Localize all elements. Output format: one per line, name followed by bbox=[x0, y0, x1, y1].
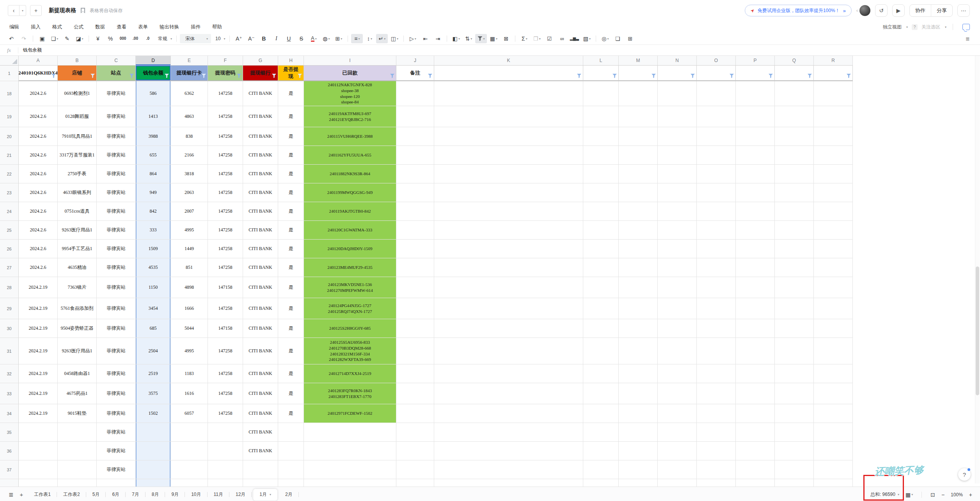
font-color-button[interactable]: A▾ bbox=[308, 34, 320, 43]
bold-button[interactable]: B bbox=[258, 34, 270, 43]
cell-J25[interactable] bbox=[396, 221, 434, 240]
cell-E32[interactable]: 1183 bbox=[171, 364, 208, 383]
cell-M37[interactable] bbox=[619, 460, 658, 479]
cell-D19[interactable]: 1413 bbox=[136, 106, 171, 127]
row-header-18[interactable]: 18 bbox=[0, 81, 19, 106]
cell-C18[interactable]: 菲律宾站 bbox=[97, 81, 136, 106]
cell-L35[interactable] bbox=[583, 423, 619, 442]
cell-A32[interactable]: 2024.2.19 bbox=[19, 364, 58, 383]
cell-D29[interactable]: 3454 bbox=[136, 298, 171, 319]
cell-N23[interactable] bbox=[658, 183, 697, 202]
cell-J23[interactable] bbox=[396, 183, 434, 202]
column-header-L[interactable]: L bbox=[583, 56, 619, 66]
underline-button[interactable]: U bbox=[283, 34, 295, 43]
cell-I29[interactable]: 240124PG44NJ5G-1727 240125RQJ74QXN-1727 bbox=[304, 298, 396, 319]
cell-B29[interactable]: 5761食品添加剂 bbox=[58, 298, 97, 319]
document-title[interactable]: 新提现表格 bbox=[49, 7, 76, 14]
cell-D37[interactable] bbox=[136, 460, 171, 479]
row-header-32[interactable]: 32 bbox=[0, 364, 19, 383]
clear-format-button[interactable]: ◪▾ bbox=[74, 34, 85, 43]
cell-O30[interactable] bbox=[697, 319, 736, 338]
cell-M18[interactable] bbox=[619, 81, 658, 106]
cell-J20[interactable] bbox=[396, 127, 434, 146]
filter-funnel-icon[interactable] bbox=[691, 74, 695, 78]
cell-H26[interactable]: 是 bbox=[278, 240, 304, 258]
cell-Q36[interactable] bbox=[775, 442, 814, 460]
cell-M23[interactable] bbox=[619, 183, 658, 202]
cell-Q23[interactable] bbox=[775, 183, 814, 202]
fill-color-button[interactable]: ◍▾ bbox=[320, 34, 332, 43]
column-header-D[interactable]: D bbox=[136, 56, 171, 66]
cell-K38[interactable] bbox=[434, 479, 583, 487]
history-button[interactable]: ↺ bbox=[875, 4, 888, 17]
cell-P21[interactable] bbox=[736, 146, 775, 165]
cell-A30[interactable]: 2024.2.19 bbox=[19, 319, 58, 338]
cell-N30[interactable] bbox=[658, 319, 697, 338]
cell-L28[interactable] bbox=[583, 277, 619, 298]
cell-A20[interactable]: 2024.2.6 bbox=[19, 127, 58, 146]
cell-P30[interactable] bbox=[736, 319, 775, 338]
cell-G1[interactable]: 提现银行 bbox=[243, 66, 278, 81]
cell-H1[interactable]: 是否提 现 bbox=[278, 66, 304, 81]
cell-G33[interactable]: CITI BANK bbox=[243, 383, 278, 404]
cell-K19[interactable] bbox=[434, 106, 583, 127]
cell-N33[interactable] bbox=[658, 383, 697, 404]
cell-C24[interactable]: 菲律宾站 bbox=[97, 202, 136, 221]
cell-E20[interactable]: 838 bbox=[171, 127, 208, 146]
cell-J26[interactable] bbox=[396, 240, 434, 258]
cell-I35[interactable] bbox=[304, 423, 396, 442]
cell-E26[interactable]: 1449 bbox=[171, 240, 208, 258]
cell-K35[interactable] bbox=[434, 423, 583, 442]
cell-E30[interactable]: 5044 bbox=[171, 319, 208, 338]
cell-H22[interactable]: 是 bbox=[278, 165, 304, 183]
sheet-list-icon[interactable]: ≣ bbox=[5, 491, 17, 498]
cell-P36[interactable] bbox=[736, 442, 775, 460]
cell-I19[interactable]: 240119AKTFM8UJ-697 240121EYQBJBC2-716 bbox=[304, 106, 396, 127]
cell-F33[interactable]: 147258 bbox=[208, 383, 243, 404]
cell-L36[interactable] bbox=[583, 442, 619, 460]
cell-L19[interactable] bbox=[583, 106, 619, 127]
decrease-indent-button[interactable]: ⇤ bbox=[419, 34, 431, 43]
independent-view-button[interactable]: 独立视图 bbox=[883, 24, 902, 30]
cell-O33[interactable] bbox=[697, 383, 736, 404]
row-header-25[interactable]: 25 bbox=[0, 221, 19, 240]
cell-J34[interactable] bbox=[396, 404, 434, 423]
cell-M36[interactable] bbox=[619, 442, 658, 460]
cell-P18[interactable] bbox=[736, 81, 775, 106]
row-header-35[interactable]: 35 bbox=[0, 423, 19, 442]
cell-G37[interactable] bbox=[243, 460, 278, 479]
cell-B32[interactable]: 0458路由器1 bbox=[58, 364, 97, 383]
cell-H18[interactable]: 是 bbox=[278, 81, 304, 106]
increase-decimal-button[interactable]: .00 bbox=[130, 34, 141, 43]
cell-G28[interactable]: CITI BANK bbox=[243, 277, 278, 298]
cell-K21[interactable] bbox=[434, 146, 583, 165]
toolbar-collapse-icon[interactable]: ≣ bbox=[966, 36, 970, 42]
cell-N31[interactable] bbox=[658, 338, 697, 364]
cell-G34[interactable]: CITI BANK bbox=[243, 404, 278, 423]
zoom-level[interactable]: 100% bbox=[951, 492, 963, 497]
cell-M34[interactable] bbox=[619, 404, 658, 423]
cell-L31[interactable] bbox=[583, 338, 619, 364]
zoom-out-button[interactable]: − bbox=[941, 492, 944, 498]
column-header-K[interactable]: K bbox=[434, 56, 583, 66]
cell-J31[interactable] bbox=[396, 338, 434, 364]
back-caret[interactable]: ▾ bbox=[20, 5, 26, 16]
menu-insert[interactable]: 插入 bbox=[31, 24, 41, 30]
cell-G24[interactable]: CITI BANK bbox=[243, 202, 278, 221]
cell-E25[interactable]: 4995 bbox=[171, 221, 208, 240]
cell-P22[interactable] bbox=[736, 165, 775, 183]
cell-J1[interactable]: 备注 bbox=[396, 66, 434, 81]
cell-F30[interactable]: 147158 bbox=[208, 319, 243, 338]
cell-L22[interactable] bbox=[583, 165, 619, 183]
chart-button[interactable]: ▂▆▃ bbox=[568, 34, 580, 43]
cell-B33[interactable]: 4675药品1 bbox=[58, 383, 97, 404]
cell-E37[interactable] bbox=[171, 460, 208, 479]
menu-form[interactable]: 表单 bbox=[138, 24, 148, 30]
cell-N24[interactable] bbox=[658, 202, 697, 221]
redo-button[interactable]: ↷ bbox=[18, 34, 30, 43]
cell-I32[interactable]: 24012714D7XXJ4-2519 bbox=[304, 364, 396, 383]
find-button[interactable]: ◎▾ bbox=[599, 34, 611, 43]
cell-K22[interactable] bbox=[434, 165, 583, 183]
cell-R36[interactable] bbox=[814, 442, 853, 460]
cell-I23[interactable]: 2401199MWQGGSG-949 bbox=[304, 183, 396, 202]
